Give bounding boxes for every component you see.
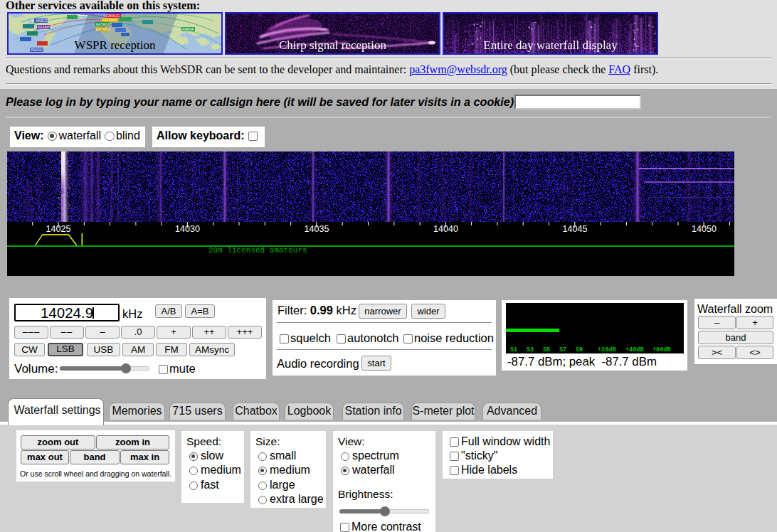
- svg-text:VA3CO: VA3CO: [36, 18, 48, 23]
- svg-text:EA7VPG: EA7VPG: [96, 27, 110, 31]
- svg-text:KA3AHS: KA3AHS: [38, 25, 52, 29]
- svg-text:A9MVF: A9MVF: [182, 27, 194, 31]
- svg-text:EA5AGD: EA5AGD: [96, 22, 111, 26]
